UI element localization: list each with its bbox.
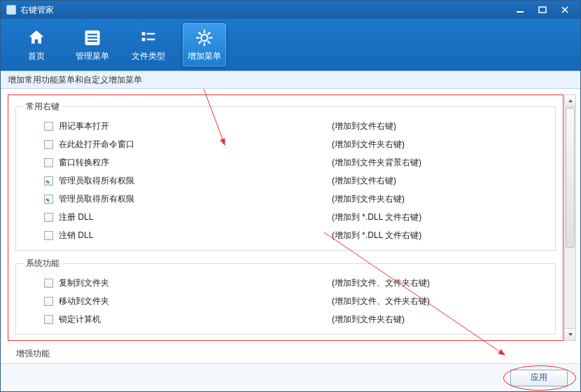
checkbox[interactable] [44,231,53,240]
apply-button[interactable]: 应用 [510,370,568,386]
option-desc: (增加到文件、文件夹右键) [332,277,430,289]
option-desc: (增加到文件、文件夹右键) [332,295,430,307]
option-name: 注销 DLL [59,230,332,241]
scrollbar[interactable] [564,94,576,341]
option-desc: (增加到文件夹右键) [332,193,405,205]
group-common-legend: 常用右键 [23,101,62,113]
option-name: 用记事本打开 [59,120,332,132]
tab-filetype[interactable]: 文件类型 [127,23,170,66]
scroll-up-button[interactable] [565,95,575,107]
app-window: 右键管家 首页 管理菜单 [0,0,581,392]
maximize-button[interactable] [533,4,552,16]
option-row: 管理员取得所有权限(增加到文件右键) [23,172,548,190]
home-icon [27,28,46,48]
option-desc: (增加到 *.DLL 文件右键) [332,211,421,223]
svg-point-10 [201,34,207,41]
checkbox[interactable] [44,158,53,167]
option-row: 用记事本打开(增加到文件右键) [23,117,548,135]
option-name: 移动到文件夹 [59,295,332,307]
svg-line-17 [208,31,211,34]
option-row: 注销 DLL(增加到 *.DLL 文件右键) [23,226,548,244]
window-controls [510,4,575,16]
svg-rect-5 [88,40,97,41]
tab-addmenu[interactable]: 增加菜单 [183,23,226,66]
checkbox[interactable] [44,279,53,288]
content-area: 常用右键 用记事本打开(增加到文件右键)在此处打开命令窗口(增加到文件夹右键)窗… [1,89,580,363]
svg-line-18 [199,41,202,43]
app-icon [6,5,16,15]
option-desc: (增加到文件右键) [332,175,396,187]
list-icon [83,28,102,48]
group-enhance-legend: 增强功能 [13,348,52,360]
option-row: 移动到文件夹(增加到文件、文件夹右键) [23,292,548,310]
tab-filetype-label: 文件类型 [132,50,165,62]
window-title: 右键管家 [20,4,510,16]
group-common: 常用右键 用记事本打开(增加到文件右键)在此处打开命令窗口(增加到文件夹右键)窗… [15,101,556,251]
svg-rect-9 [147,38,155,40]
svg-rect-4 [88,36,97,38]
svg-rect-6 [142,31,146,35]
checkbox[interactable] [44,213,53,222]
titlebar: 右键管家 [1,1,580,19]
scroll-thumb[interactable] [566,108,575,248]
tab-manage[interactable]: 管理菜单 [71,23,114,66]
options-panel: 常用右键 用记事本打开(增加到文件右键)在此处打开命令窗口(增加到文件夹右键)窗… [8,94,564,341]
tab-manage-label: 管理菜单 [76,50,109,62]
svg-line-16 [208,41,211,43]
option-desc: (增加到文件右键) [332,120,396,132]
checkbox[interactable] [44,195,53,204]
option-name: 管理员取得所有权限 [59,193,332,205]
option-row: 窗口转换程序(增加到文件夹背景右键) [23,153,548,172]
gear-icon [195,28,214,48]
svg-rect-7 [147,33,155,34]
option-desc: (增加到文件夹右键) [332,139,405,150]
footer: 应用 [1,363,580,391]
option-row: 注册 DLL(增加到 *.DLL 文件右键) [23,208,548,226]
option-name: 锁定计算机 [59,314,332,326]
close-button[interactable] [555,4,575,16]
svg-rect-3 [88,34,97,35]
checkbox[interactable] [44,297,53,306]
description-bar: 增加常用功能菜单和自定义增加菜单 [1,71,580,89]
option-row: 锁定计算机(增加到文件夹右键) [23,310,548,328]
svg-rect-8 [142,38,146,41]
scroll-down-button[interactable] [565,328,575,340]
checkbox[interactable] [44,140,53,149]
option-name: 注册 DLL [59,211,332,223]
option-row: 管理员取得所有权限(增加到文件夹右键) [23,190,548,208]
option-desc: (增加到文件夹背景右键) [332,157,421,169]
option-desc: (增加到文件夹右键) [332,314,405,326]
checklist-icon [139,28,158,48]
svg-rect-0 [517,11,524,13]
minimize-button[interactable] [510,4,530,16]
option-name: 在此处打开命令窗口 [59,139,332,150]
checkbox[interactable] [44,122,53,131]
option-name: 复制到文件夹 [59,277,332,289]
group-system: 系统功能 复制到文件夹(增加到文件、文件夹右键)移动到文件夹(增加到文件、文件夹… [15,258,556,335]
toolbar: 首页 管理菜单 文件类型 增加菜单 [1,19,580,71]
checkbox[interactable] [44,315,53,324]
tab-home[interactable]: 首页 [15,23,58,66]
svg-line-15 [199,31,202,34]
option-row: 复制到文件夹(增加到文件、文件夹右键) [23,274,548,292]
tab-addmenu-label: 增加菜单 [188,50,221,62]
option-row: 在此处打开命令窗口(增加到文件夹右键) [23,135,548,153]
option-name: 管理员取得所有权限 [59,175,332,187]
description-text: 增加常用功能菜单和自定义增加菜单 [8,74,142,86]
svg-rect-1 [539,7,546,13]
tab-home-label: 首页 [28,50,45,62]
group-system-legend: 系统功能 [23,258,62,270]
option-name: 窗口转换程序 [59,157,332,169]
option-desc: (增加到 *.DLL 文件右键) [332,230,421,241]
checkbox[interactable] [44,176,53,186]
